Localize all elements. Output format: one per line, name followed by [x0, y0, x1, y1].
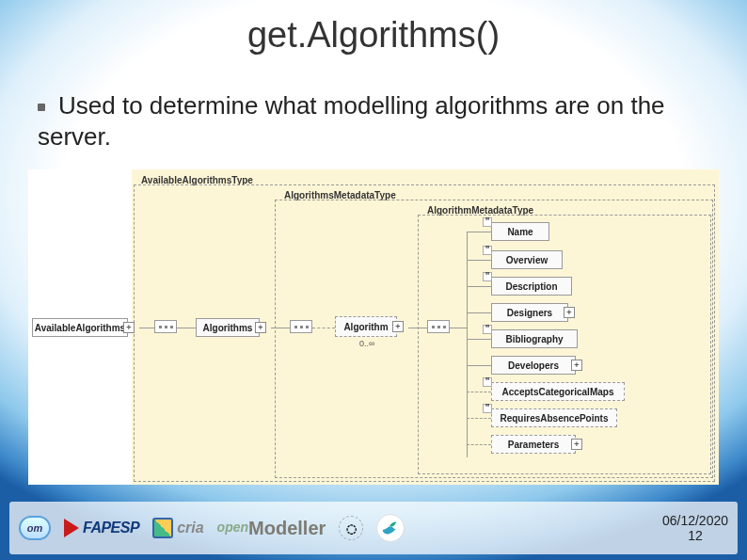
expand-icon: +: [564, 307, 575, 318]
connector: [467, 232, 491, 232]
node-label: Algorithm: [343, 322, 388, 332]
node-algorithm: Algorithm +: [335, 316, 397, 337]
node-name: " Name: [491, 222, 549, 241]
node-label: Developers: [508, 360, 559, 371]
node-overview: " Overview: [491, 250, 563, 269]
quote-icon: ": [483, 325, 492, 334]
node-label: AvailableAlgorithms: [35, 323, 125, 333]
quote-icon: ": [483, 404, 492, 413]
footer-date: 06/12/2020: [662, 513, 728, 528]
logo-fapesp: FAPESP: [64, 514, 139, 542]
footer-slide-number: 12: [662, 528, 728, 543]
logo-open-top: open: [217, 522, 248, 533]
node-description: " Description: [491, 277, 572, 296]
node-requires: " RequiresAbsencePoints: [491, 408, 617, 427]
logo-wcs: [376, 514, 405, 542]
connector: [312, 328, 335, 328]
logo-bdworld: ◌: [339, 516, 363, 540]
connector: [467, 339, 491, 340]
slide: get.Algorithms() Used to determine what …: [0, 0, 747, 560]
connector: [467, 232, 468, 457]
node-label: Bibliography: [505, 334, 563, 344]
node-accepts: " AcceptsCategoricalMaps: [491, 382, 625, 401]
logo-cria: cria: [152, 514, 203, 542]
connector: [467, 286, 491, 287]
node-developers: Developers +: [491, 356, 576, 375]
connector: [467, 312, 491, 313]
expand-icon: +: [392, 321, 404, 332]
expand-icon: +: [571, 360, 582, 371]
node-algorithms: Algorithms +: [196, 318, 260, 337]
quote-icon: ": [483, 272, 492, 281]
sequence-icon: [427, 320, 450, 333]
expand-icon: +: [255, 322, 266, 333]
node-label: Designers: [507, 308, 552, 318]
multiplicity-label: 0..∞: [359, 339, 374, 348]
connector: [139, 328, 154, 328]
node-label: Overview: [506, 255, 548, 265]
connector: [408, 328, 427, 328]
node-label: RequiresAbsencePoints: [500, 413, 608, 424]
bird-icon: [380, 518, 401, 538]
connector: [177, 328, 196, 328]
sequence-icon: [154, 320, 177, 333]
node-bibliography: " Bibliography: [491, 329, 578, 348]
bullet-text: Used to determine what modelling algorit…: [38, 90, 719, 152]
node-label: AcceptsCategoricalMaps: [502, 387, 614, 397]
expand-icon: +: [123, 322, 135, 333]
quote-icon: ": [483, 377, 492, 387]
connector: [467, 418, 491, 419]
sequence-icon: [290, 320, 312, 333]
logo-open-bottom: Modeller: [248, 520, 326, 536]
node-label: Name: [507, 227, 532, 237]
connector: [467, 260, 491, 261]
footer-meta: 06/12/2020 12: [662, 513, 728, 543]
connector: [467, 444, 491, 445]
node-available-algorithms: AvailableAlgorithms +: [32, 318, 128, 337]
node-label: Description: [505, 281, 557, 292]
connector: [450, 328, 467, 328]
quote-icon: ": [483, 246, 492, 255]
node-designers: Designers +: [491, 303, 568, 322]
schema-diagram: AvailableAlgorithmsType AlgorithmsMetada…: [28, 169, 719, 485]
node-parameters: Parameters +: [491, 435, 576, 454]
logo-openmodeller: open Modeller: [217, 514, 326, 542]
node-label: Algorithms: [203, 323, 253, 333]
page-title: get.Algorithms(): [0, 15, 747, 56]
quote-icon: ": [483, 217, 492, 227]
logo-om: om: [19, 516, 51, 540]
connector: [271, 328, 290, 328]
footer: om FAPESP cria open Modeller ◌ 06/12/202…: [9, 502, 738, 554]
connector: [467, 365, 491, 366]
expand-icon: +: [571, 439, 582, 450]
node-label: Parameters: [508, 440, 559, 450]
connector: [467, 392, 491, 392]
